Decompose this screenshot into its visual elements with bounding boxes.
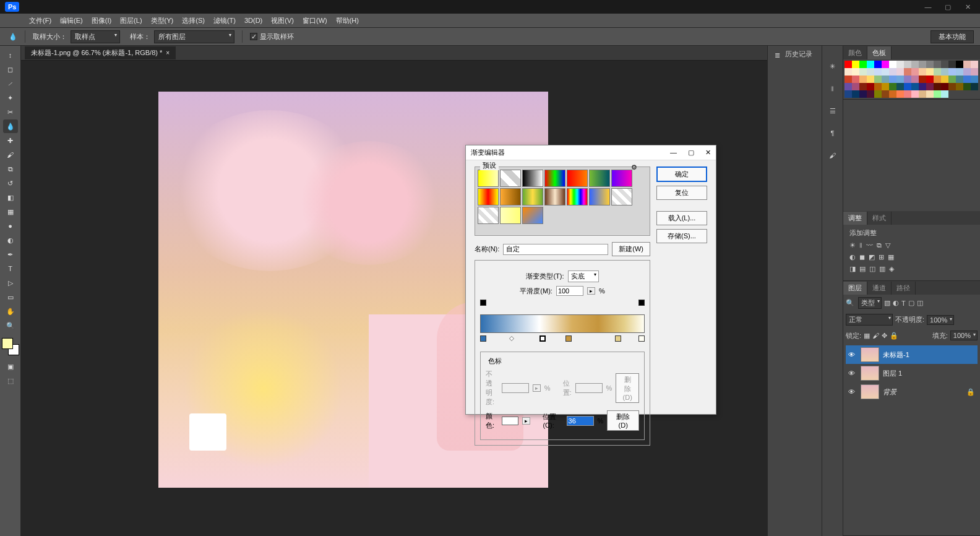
swatch[interactable] [919,83,926,90]
threshold-icon[interactable]: ◫ [869,265,875,273]
swatch[interactable] [911,90,919,98]
type-dropdown[interactable]: 实底 [568,270,599,282]
eyedropper-tool[interactable]: 💧 [3,119,18,133]
swatch[interactable] [934,76,941,83]
exposure-icon[interactable]: ⧉ [877,241,882,249]
type-tool[interactable]: T [3,262,18,275]
swatch[interactable] [845,76,852,83]
cancel-button[interactable]: 复位 [656,186,707,200]
hue-icon[interactable]: ◐ [849,253,856,261]
histogram-icon[interactable]: ⫴ [826,82,840,95]
tab-layers[interactable]: 图层 [843,282,867,295]
color-stop[interactable] [638,335,645,342]
lookup-icon[interactable]: ▦ [888,253,894,261]
swatch[interactable] [919,68,926,76]
opacity-stop[interactable] [638,300,645,306]
swatch[interactable] [874,83,882,90]
swatch[interactable] [882,76,889,83]
swatch[interactable] [904,83,911,90]
heal-tool[interactable]: ✚ [3,134,18,147]
pen-tool[interactable]: ✒ [3,248,18,261]
layer-filter-kind[interactable]: 类型 [858,297,882,309]
gradient-tool[interactable]: ▦ [3,205,18,218]
swatch[interactable] [852,61,859,68]
visibility-icon[interactable]: 👁 [848,370,857,377]
navigator-icon[interactable]: ✳ [826,59,840,73]
visibility-icon[interactable]: 👁 [848,351,857,358]
marquee-tool[interactable]: ◻ [3,63,18,76]
presets-grid[interactable] [478,170,647,224]
close-button[interactable]: ✕ [960,2,975,12]
stop-location2-input[interactable] [567,416,594,426]
filter-type-icon[interactable]: T [901,300,906,307]
dialog-titlebar[interactable]: 渐变编辑器 — ▢ ✕ [466,145,716,160]
swatch[interactable] [926,83,934,90]
invert-icon[interactable]: ◨ [849,265,856,273]
swatch[interactable] [934,61,941,68]
presets-menu-icon[interactable]: ⚙ [631,163,637,171]
wand-tool[interactable]: ✦ [3,91,18,105]
smoothness-input[interactable] [556,286,583,296]
blend-mode-dropdown[interactable]: 正常 [846,314,893,326]
brush-preset-icon[interactable]: 🖌 [826,149,840,162]
lock-all-icon[interactable]: 🔒 [890,332,898,340]
gradient-preset[interactable] [500,207,521,224]
swatch[interactable] [956,76,963,83]
curves-icon[interactable]: 〰 [866,241,873,249]
selective-color-icon[interactable]: ◈ [889,265,894,273]
menu-help[interactable]: 帮助(H) [332,16,363,25]
swatch[interactable] [882,83,889,90]
swatch[interactable] [971,76,978,83]
menu-file[interactable]: 文件(F) [25,16,56,25]
menu-edit[interactable]: 编辑(E) [56,16,87,25]
swatch[interactable] [904,90,911,98]
vibrance-icon[interactable]: ▽ [885,241,890,249]
swatch[interactable] [882,68,889,76]
swatch[interactable] [889,68,896,76]
swatch[interactable] [852,68,859,76]
swatch[interactable] [926,90,934,98]
filter-shape-icon[interactable]: ▢ [908,299,914,307]
swatch[interactable] [859,83,867,90]
swatch[interactable] [896,68,904,76]
gradient-preset[interactable] [589,170,610,187]
swatch[interactable] [919,61,926,68]
menu-3d[interactable]: 3D(D) [240,17,267,24]
visibility-icon[interactable]: 👁 [848,388,857,396]
ok-button[interactable]: 确定 [656,166,707,182]
history-icon[interactable]: ≣ [772,50,783,61]
channel-mixer-icon[interactable]: ⊞ [879,253,884,261]
lock-pixels-icon[interactable]: ▦ [864,332,870,340]
swatch[interactable] [867,61,874,68]
close-tab-icon[interactable]: × [166,50,170,56]
stop-color-chip[interactable] [502,417,518,425]
sample-dropdown[interactable]: 所有图层 [154,30,234,43]
swatch[interactable] [896,76,904,83]
swatch[interactable] [867,83,874,90]
swatch[interactable] [859,61,867,68]
workspace-switcher[interactable]: 基本功能 [931,30,974,43]
swatch[interactable] [874,90,882,98]
swatch[interactable] [882,61,889,68]
delete-color-stop-button[interactable]: 删除(D) [607,410,639,431]
swatch[interactable] [956,83,963,90]
menu-layer[interactable]: 图层(L) [116,16,146,25]
swatch[interactable] [852,90,859,98]
swatch[interactable] [874,76,882,83]
swatch[interactable] [845,90,852,98]
gradient-preset[interactable] [611,170,632,187]
gradient-preset[interactable] [589,188,610,205]
swatch[interactable] [896,90,904,98]
swatch[interactable] [941,68,948,76]
history-brush-tool[interactable]: ↺ [3,176,18,190]
lasso-tool[interactable]: ⟋ [3,77,18,90]
swatch[interactable] [971,68,978,76]
character-icon[interactable]: ¶ [826,126,840,140]
gradient-preset[interactable] [544,188,565,205]
swatch[interactable] [919,90,926,98]
swatch[interactable] [963,68,971,76]
hand-tool[interactable]: ✋ [3,305,18,318]
swatch[interactable] [845,83,852,90]
menu-select[interactable]: 选择(S) [178,16,209,25]
swatch[interactable] [963,76,971,83]
